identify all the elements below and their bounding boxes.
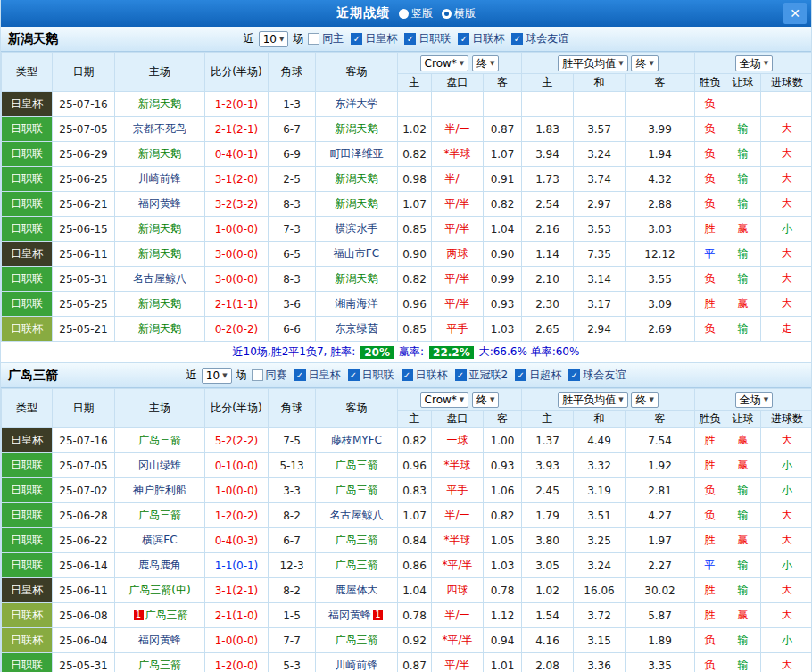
away-team-name[interactable]: 广岛三箭 (336, 459, 378, 471)
home-team-name[interactable]: 福冈黄蜂 (138, 634, 181, 646)
red-card-badge: 1 (134, 610, 144, 620)
odds-final-select[interactable]: 终▼ (472, 392, 499, 408)
home-team-name[interactable]: 京都不死鸟 (133, 122, 186, 135)
away-team-name[interactable]: 广岛三箭 (336, 534, 378, 546)
away-team-cell: 广岛三箭 (316, 628, 398, 653)
score-link[interactable]: 5-2(2-2) (215, 435, 259, 447)
filter-checkbox[interactable]: ✓球会友谊 (568, 368, 626, 383)
home-team-name[interactable]: 新潟天鹅 (138, 322, 181, 335)
home-team-name[interactable]: 福冈黄蜂 (138, 197, 181, 210)
filter-checkbox[interactable]: ✓日联杯 (458, 31, 504, 46)
home-team-name[interactable]: 横滨FC (142, 534, 177, 546)
layout-option-horizontal[interactable]: 横版 (442, 6, 476, 21)
home-team-name[interactable]: 广岛三箭 (138, 509, 181, 521)
scope-select[interactable]: 全场▼ (735, 55, 773, 71)
away-team-name[interactable]: 藤枝MYFC (331, 434, 382, 446)
score-link[interactable]: 0-4(0-3) (215, 535, 259, 547)
match-count-select[interactable]: 10▼ (259, 31, 289, 47)
filter-checkbox[interactable]: ✓亚冠联2 (455, 368, 509, 383)
score-link[interactable]: 0-2(0-2) (215, 323, 259, 336)
avg-final-select[interactable]: 终▼ (631, 55, 658, 71)
score-link[interactable]: 0-4(0-1) (215, 148, 259, 161)
away-team-name[interactable]: 东洋大学 (336, 97, 378, 110)
home-team-name[interactable]: 广岛三箭 (138, 659, 181, 671)
away-team-cell: 福山市FC (316, 242, 398, 267)
handicap-result-cell: 输 (725, 317, 761, 342)
match-row: 日职联25-06-28广岛三箭1-2(0-2)8-2名古屋鲸八1.07半/一0.… (2, 503, 812, 528)
away-team-name[interactable]: 鹿屋体大 (336, 584, 378, 596)
away-team-name[interactable]: 町田泽维亚 (330, 147, 384, 160)
filter-checkbox[interactable]: ✓球会友谊 (511, 31, 568, 46)
home-team-name[interactable]: 广岛三箭(中) (128, 584, 190, 596)
away-team-name[interactable]: 福山市FC (334, 247, 379, 260)
away-team-name[interactable]: 湘南海洋 (336, 297, 378, 310)
score-link[interactable]: 3-0(0-0) (215, 273, 259, 286)
away-odds-cell: 0.93 (484, 292, 522, 317)
score-link[interactable]: 2-1(2-1) (215, 123, 259, 136)
odds-final-select[interactable]: 终▼ (472, 55, 499, 71)
away-team-name[interactable]: 广岛三箭 (336, 559, 378, 571)
filter-checkbox[interactable]: ✓日超杯 (515, 368, 561, 383)
scope-select[interactable]: 全场▼ (735, 392, 773, 408)
close-icon[interactable]: ✕ (783, 3, 807, 24)
away-team-name[interactable]: 东京绿茵 (336, 322, 378, 335)
away-team-name[interactable]: 新潟天鹅 (336, 122, 378, 135)
away-team-name[interactable]: 新潟天鹅 (336, 172, 378, 185)
score-link[interactable]: 1-2(0-1) (215, 98, 259, 111)
score-link[interactable]: 1-2(0-0) (215, 660, 259, 672)
away-odds-cell: 0.90 (484, 242, 522, 267)
home-team-name[interactable]: 川崎前锋 (138, 172, 181, 185)
score-link[interactable]: 1-0(0-0) (215, 485, 259, 497)
away-team-name[interactable]: 川崎前锋 (336, 659, 378, 671)
score-link[interactable]: 3-0(0-0) (215, 248, 259, 261)
away-team-name[interactable]: 新潟天鹅 (336, 197, 378, 210)
filter-checkbox[interactable]: 同主 (308, 31, 344, 46)
avg-final-select[interactable]: 终▼ (631, 392, 658, 408)
layout-option-vertical[interactable]: 竖版 (399, 6, 433, 21)
filter-checkbox[interactable]: ✓日联杯 (402, 368, 448, 383)
filter-checkbox[interactable]: ✓日皇杯 (351, 31, 397, 46)
home-team-name[interactable]: 神户胜利船 (133, 484, 186, 496)
score-link[interactable]: 3-2(3-2) (215, 198, 259, 211)
home-team-name[interactable]: 冈山绿雉 (138, 459, 181, 471)
filter-checkbox[interactable]: ✓日职联 (348, 368, 394, 383)
away-team-name[interactable]: 横滨水手 (336, 222, 378, 235)
home-team-name[interactable]: 新潟天鹅 (138, 297, 181, 310)
home-team-name[interactable]: 广岛三箭 (138, 434, 181, 446)
home-team-name[interactable]: 名古屋鲸八 (133, 272, 186, 285)
filter-checkbox[interactable]: ✓日职联 (404, 31, 451, 46)
score-link[interactable]: 2-1(1-0) (215, 610, 259, 622)
section-header: 新潟天鹅 近 10▼ 场 同主✓日皇杯✓日职联✓日联杯✓球会友谊 (1, 27, 811, 52)
home-team-name[interactable]: 鹿岛鹿角 (138, 559, 181, 571)
avg-home-cell: 3.80 (522, 528, 574, 553)
score-link[interactable]: 0-1(0-0) (215, 460, 259, 472)
score-link[interactable]: 1-0(0-0) (215, 635, 259, 647)
home-team-name[interactable]: 新潟天鹅 (138, 147, 181, 160)
corners-cell: 6-6 (269, 317, 316, 342)
away-team-name[interactable]: 广岛三箭 (336, 484, 378, 496)
score-link[interactable]: 1-0(0-0) (215, 223, 259, 236)
score-link[interactable]: 3-1(2-1) (215, 585, 259, 597)
filter-checkbox[interactable]: 同赛 (252, 368, 287, 383)
score-link[interactable]: 2-1(1-1) (215, 298, 259, 311)
home-team-name[interactable]: 新潟天鹅 (138, 222, 181, 235)
odds-company-select[interactable]: Crow*▼ (420, 392, 469, 408)
home-team-name[interactable]: 新潟天鹅 (138, 247, 181, 260)
away-team-cell: 新潟天鹅 (316, 192, 398, 217)
score-link[interactable]: 3-1(2-0) (215, 173, 259, 186)
away-team-name[interactable]: 名古屋鲸八 (330, 509, 384, 521)
away-team-name[interactable]: 福冈黄蜂 (328, 609, 371, 621)
away-team-name[interactable]: 新潟天鹅 (336, 272, 378, 285)
score-link[interactable]: 1-2(0-2) (215, 510, 259, 522)
score-link[interactable]: 1-1(0-1) (215, 560, 259, 572)
match-row: 日皇杯25-06-11新潟天鹅3-0(0-0)6-5福山市FC0.90两球0.9… (2, 242, 812, 267)
match-count-select[interactable]: 10▼ (202, 368, 232, 384)
away-team-name[interactable]: 广岛三箭 (336, 634, 378, 646)
avg-odds-select[interactable]: 胜平负均值▼ (558, 392, 627, 408)
avg-odds-select[interactable]: 胜平负均值▼ (558, 55, 627, 71)
col-home: 主场 (115, 389, 205, 428)
filter-checkbox[interactable]: ✓日皇杯 (294, 368, 341, 383)
home-team-name[interactable]: 新潟天鹅 (138, 97, 181, 110)
home-team-name[interactable]: 广岛三箭 (145, 609, 188, 621)
odds-company-select[interactable]: Crow*▼ (420, 55, 469, 71)
